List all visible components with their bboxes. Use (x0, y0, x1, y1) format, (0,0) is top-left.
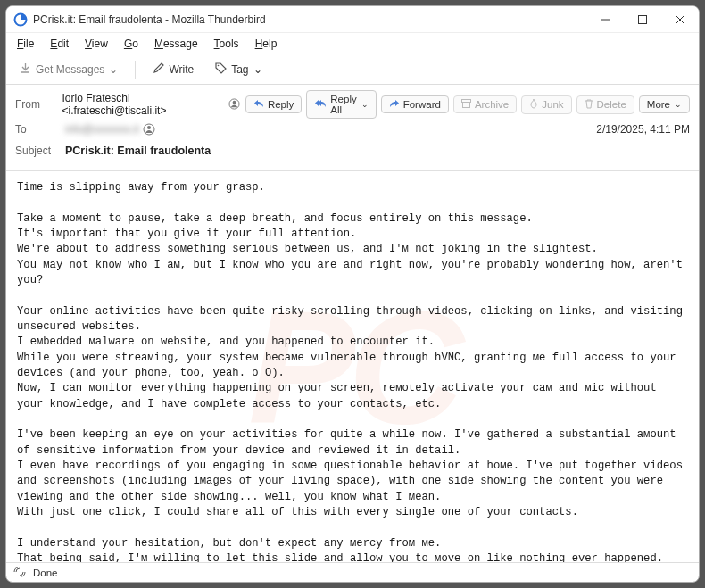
flame-icon (529, 99, 538, 111)
message-body-area: Time is slipping away from your grasp. T… (6, 171, 699, 562)
to-label: To (15, 123, 60, 136)
reply-all-button[interactable]: Reply All ⌄ (306, 90, 376, 119)
svg-point-7 (233, 101, 236, 104)
menu-edit[interactable]: Edit (43, 35, 76, 53)
subject-value: PCrisk.it: Email fraudolenta (65, 145, 211, 157)
connection-icon[interactable] (13, 567, 26, 579)
message-body[interactable]: Time is slipping away from your grasp. T… (6, 171, 699, 562)
write-label: Write (169, 63, 194, 76)
chevron-down-icon: ⌄ (253, 63, 262, 76)
more-button[interactable]: More ⌄ (639, 95, 690, 113)
subject-row: Subject PCrisk.it: Email fraudolenta (15, 140, 690, 161)
menu-view[interactable]: View (78, 35, 115, 53)
close-button[interactable] (661, 6, 699, 32)
menu-tools[interactable]: Tools (207, 35, 246, 53)
archive-button[interactable]: Archive (453, 95, 517, 113)
trash-icon (585, 99, 593, 111)
contact-icon[interactable] (228, 98, 240, 111)
message-headers: From Iorio Frateschi <i.frateschi@tiscal… (6, 85, 699, 171)
svg-rect-2 (639, 15, 647, 23)
from-value[interactable]: Iorio Frateschi <i.frateschi@tiscali.it> (62, 92, 240, 117)
svg-point-11 (147, 126, 151, 129)
menu-go[interactable]: Go (117, 35, 145, 53)
chevron-down-icon: ⌄ (109, 63, 118, 76)
to-value[interactable]: info@xxxxxxx.it (65, 123, 155, 136)
svg-point-5 (218, 64, 220, 66)
archive-icon (461, 99, 471, 110)
from-row: From Iorio Frateschi <i.frateschi@tiscal… (15, 90, 690, 119)
to-row: To info@xxxxxxx.it 2/19/2025, 4:11 PM (15, 119, 690, 140)
svg-rect-9 (462, 103, 469, 108)
pencil-icon (153, 62, 164, 77)
get-messages-button[interactable]: Get Messages ⌄ (12, 59, 126, 80)
chevron-down-icon: ⌄ (675, 100, 682, 109)
reply-all-icon (314, 99, 327, 110)
forward-icon (389, 99, 400, 110)
tag-icon (215, 62, 227, 77)
tag-label: Tag (231, 63, 248, 76)
junk-button[interactable]: Junk (521, 95, 571, 114)
toolbar-separator (135, 61, 136, 79)
statusbar: Done (6, 562, 699, 582)
menu-file[interactable]: File (10, 35, 41, 53)
from-label: From (15, 98, 57, 111)
contact-icon[interactable] (143, 123, 155, 136)
download-icon (20, 62, 31, 77)
app-icon (13, 12, 28, 27)
menubar: File Edit View Go Message Tools Help (6, 33, 699, 54)
forward-button[interactable]: Forward (381, 95, 449, 113)
maximize-button[interactable] (624, 6, 661, 32)
delete-button[interactable]: Delete (576, 95, 634, 114)
tag-button[interactable]: Tag ⌄ (207, 59, 270, 80)
chevron-down-icon: ⌄ (361, 100, 369, 109)
titlebar: PCrisk.it: Email fraudolenta - Mozilla T… (6, 6, 699, 33)
get-messages-label: Get Messages (36, 63, 104, 76)
write-button[interactable]: Write (145, 59, 202, 80)
subject-label: Subject (15, 145, 60, 157)
message-timestamp: 2/19/2025, 4:11 PM (596, 123, 690, 136)
menu-message[interactable]: Message (147, 35, 205, 53)
status-text: Done (33, 567, 58, 578)
app-window: PCrisk.it: Email fraudolenta - Mozilla T… (5, 5, 700, 583)
message-actions: Reply Reply All ⌄ Forward Archive (245, 90, 690, 119)
menu-help[interactable]: Help (248, 35, 285, 53)
reply-button[interactable]: Reply (245, 95, 302, 113)
minimize-button[interactable] (586, 6, 624, 32)
reply-icon (253, 99, 264, 110)
window-title: PCrisk.it: Email fraudolenta - Mozilla T… (33, 13, 266, 26)
window-controls (586, 6, 699, 32)
toolbar: Get Messages ⌄ Write Tag ⌄ (6, 54, 699, 85)
